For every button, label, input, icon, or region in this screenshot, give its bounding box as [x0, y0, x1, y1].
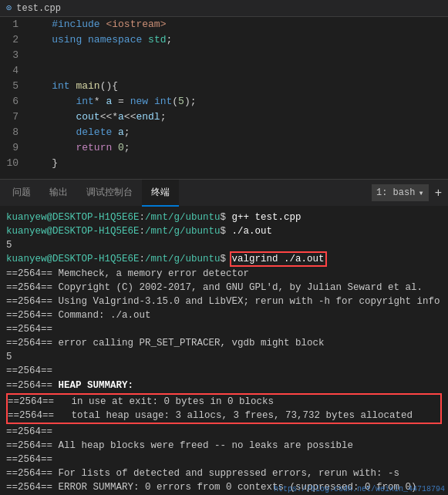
- terminal-line-6: ==2564== Copyright (C) 2002-2017, and GN…: [6, 281, 442, 295]
- editor-line-2: 2 using namespace std;: [0, 32, 448, 48]
- editor-line-8: 8 delete a;: [0, 125, 448, 140]
- terminal-line-8: ==2564== Command: ./a.out: [6, 308, 442, 322]
- terminal-line-7: ==2564== Using Valgrind-3.15.0 and LibVE…: [6, 295, 442, 308]
- tab-debug-console[interactable]: 调试控制台: [77, 180, 142, 207]
- file-icon: ⊙: [6, 2, 12, 14]
- editor-line-10: 10 }: [0, 156, 448, 171]
- terminal-line-11: 5: [6, 350, 442, 364]
- editor-line-5: 5 int main(){: [0, 79, 448, 94]
- editor-line-6: 6 int* a = new int(5);: [0, 94, 448, 109]
- terminal-line-17: ==2564== All heap blocks were freed -- n…: [6, 439, 442, 453]
- terminal-line-15: ==2564== total heap usage: 3 allocs, 3 f…: [8, 409, 440, 423]
- terminal-line-1: kuanyew@DESKTOP-H1Q5E6E:/mnt/g/ubuntu$ g…: [6, 210, 442, 224]
- terminal-line-4: kuanyew@DESKTOP-H1Q5E6E:/mnt/g/ubuntu$ v…: [6, 252, 442, 266]
- tab-output[interactable]: 输出: [40, 180, 77, 207]
- tab-problems[interactable]: 问题: [3, 180, 40, 207]
- title-bar: ⊙ test.cpp: [0, 0, 448, 17]
- terminal-line-19: ==2564== For lists of detected and suppr…: [6, 466, 442, 480]
- terminal-line-16: ==2564==: [6, 425, 442, 439]
- heap-summary-highlight: ==2564== in use at exit: 0 bytes in 0 bl…: [6, 393, 442, 424]
- editor-line-7: 7 cout<<*a<<endl;: [0, 109, 448, 125]
- watermark: https://blog.csdn.net/weixin_44718794: [274, 485, 445, 493]
- terminal-line-12: ==2564==: [6, 364, 442, 378]
- chevron-down-icon: ▾: [418, 187, 423, 199]
- terminal-line-13: ==2564== HEAP SUMMARY:: [6, 379, 442, 392]
- tab-bar: 问题 输出 调试控制台 终端 1: bash ▾ +: [0, 179, 448, 206]
- terminal-line-2: kuanyew@DESKTOP-H1Q5E6E:/mnt/g/ubuntu$ .…: [6, 224, 442, 238]
- tab-right-controls: 1: bash ▾ +: [372, 184, 445, 201]
- terminal-line-10: ==2564== error calling PR_SET_PTRACER, v…: [6, 336, 442, 350]
- terminal-line-18: ==2564==: [6, 453, 442, 466]
- bash-dropdown[interactable]: 1: bash ▾: [372, 184, 429, 201]
- tab-terminal[interactable]: 终端: [142, 180, 179, 207]
- terminal-line-14: ==2564== in use at exit: 0 bytes in 0 bl…: [8, 395, 440, 409]
- code-editor: 1 #include <iostream> 2 using namespace …: [0, 17, 448, 179]
- filename: test.cpp: [16, 3, 61, 14]
- terminal-line-5: ==2564== Memcheck, a memory error detect…: [6, 267, 442, 281]
- editor-line-4: 4: [0, 63, 448, 79]
- terminal-line-3: 5: [6, 238, 442, 252]
- editor-line-3: 3: [0, 48, 448, 63]
- terminal-output: kuanyew@DESKTOP-H1Q5E6E:/mnt/g/ubuntu$ g…: [0, 206, 448, 495]
- editor-line-9: 9 return 0;: [0, 140, 448, 156]
- new-terminal-button[interactable]: +: [432, 187, 445, 199]
- editor-line-1: 1 #include <iostream>: [0, 17, 448, 32]
- valgrind-command: valgrind ./a.out: [232, 254, 325, 264]
- terminal-line-9: ==2564==: [6, 322, 442, 336]
